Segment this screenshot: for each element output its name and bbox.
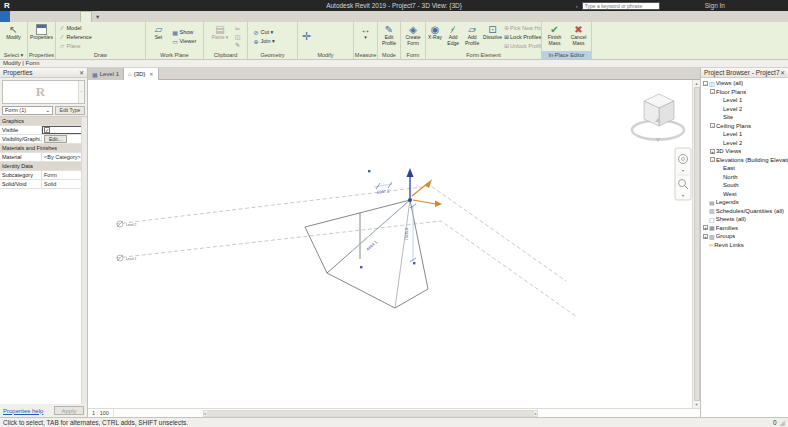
panel-label-inplace-editor[interactable]: In-Place Editor	[542, 51, 591, 59]
type-preview[interactable]: R ›	[2, 80, 85, 104]
cancel-mass-button[interactable]: ✖ Cancel Mass	[568, 23, 590, 50]
panel-label-properties[interactable]: Properties	[28, 51, 55, 59]
edit-profile-button[interactable]: ✎ Edit Profile	[379, 23, 399, 50]
panel-label-draw[interactable]: Draw	[56, 51, 145, 59]
level-2-plane-line[interactable]	[116, 186, 566, 281]
draw-tool[interactable]	[103, 37, 111, 46]
ribbon-tab[interactable]	[40, 11, 50, 22]
tree-item[interactable]: South	[701, 181, 788, 190]
scroll-left-icon[interactable]: ◂	[204, 411, 206, 416]
panel-label-mode[interactable]: Mode	[378, 51, 400, 59]
view-tab[interactable]: ▦ Level 1	[88, 68, 124, 80]
horizontal-scroll-thumb[interactable]	[207, 411, 534, 416]
close-properties-icon[interactable]: ✕	[79, 69, 84, 76]
tree-item[interactable]: ▥ Schedules/Quantities (all)	[701, 207, 788, 216]
close-view-icon[interactable]: ✕	[149, 71, 153, 77]
modify-button[interactable]: ↖ Modify	[3, 23, 25, 50]
properties-help-link[interactable]: Properties help	[3, 408, 43, 414]
xray-button[interactable]: ◉ X-Ray	[427, 23, 443, 50]
panel-label-clipboard[interactable]: Clipboard	[204, 51, 247, 59]
tree-item[interactable]: Level 1	[701, 96, 788, 105]
paste-button[interactable]: ▤ Paste ▾	[209, 23, 231, 50]
panel-label-geometry[interactable]: Geometry	[248, 51, 297, 59]
add-edge-button[interactable]: ∕ Add Edge	[445, 23, 461, 50]
tree-item[interactable]: - Elevations (Building Elevation)	[701, 156, 788, 165]
modify-tool[interactable]	[322, 37, 331, 46]
property-row[interactable]: Identity Data	[0, 162, 82, 171]
edit-type-button[interactable]: Edit Type	[55, 106, 85, 115]
ribbon-tab[interactable]	[0, 11, 10, 22]
dissolve-button[interactable]: ⊡ Dissolve	[483, 23, 502, 50]
dimension-vertical[interactable]: 7505.6	[404, 227, 409, 240]
ribbon-tab[interactable]	[60, 11, 70, 22]
modify-tool[interactable]	[322, 28, 331, 37]
draw-tool[interactable]	[127, 37, 135, 46]
tree-expander-icon[interactable]: -	[710, 123, 715, 128]
lock-profiles-button[interactable]: ⊠ Lock Profiles	[504, 33, 540, 41]
show-work-plane-button[interactable]: ▦ Show	[172, 28, 202, 36]
panel-label-modify[interactable]: Modify	[298, 51, 353, 59]
horizontal-scrollbar[interactable]: ◂ ▸	[203, 410, 538, 417]
modify-tool[interactable]	[331, 28, 340, 37]
modify-tool[interactable]	[313, 37, 322, 46]
properties-toggle-button[interactable]: Properties	[31, 23, 53, 50]
draw-tool[interactable]	[95, 37, 103, 46]
preview-expander-icon[interactable]: ›	[78, 81, 84, 103]
property-row[interactable]: Subcategory Form	[0, 171, 82, 180]
finish-mass-button[interactable]: ✔ Finish Mass	[544, 23, 566, 50]
move-icon[interactable]: ✛	[302, 30, 311, 43]
tree-item[interactable]: + ▦ Families	[701, 224, 788, 233]
gizmo-e-arrow-icon[interactable]	[435, 201, 442, 208]
modify-tool[interactable]	[313, 28, 322, 37]
tab-flyout-icon[interactable]: ▾	[92, 11, 103, 22]
panel-label-work-plane[interactable]: Work Plane	[146, 51, 203, 59]
draw-tool[interactable]	[111, 37, 119, 46]
match-properties-icon[interactable]: ✎	[233, 41, 242, 48]
revit-logo-icon[interactable]: R	[2, 1, 12, 10]
ribbon-tab[interactable]	[70, 11, 80, 22]
navbar-caret-icon[interactable]: ▾	[682, 168, 684, 173]
add-profile-button[interactable]: ▱ Add Profile	[463, 23, 481, 50]
draw-tool[interactable]	[135, 28, 143, 37]
modify-tool[interactable]	[340, 28, 349, 37]
tree-item[interactable]: Site	[701, 113, 788, 122]
tree-expander-icon[interactable]: +	[710, 149, 715, 154]
ribbon-tab[interactable]	[20, 11, 30, 22]
search-collapse-icon[interactable]: ›	[576, 3, 578, 9]
draw-tool[interactable]	[127, 28, 135, 37]
tree-item[interactable]: Level 2	[701, 105, 788, 114]
tree-item[interactable]: Level 1	[701, 130, 788, 139]
type-selector[interactable]: Form (1) ⌄	[2, 106, 53, 115]
pick-new-host-button[interactable]: ⊕ Pick New Host	[504, 24, 540, 32]
tree-item[interactable]: Level 2	[701, 139, 788, 148]
dimension-top[interactable]: 6047.2	[376, 188, 390, 195]
property-row[interactable]: Solid/Void Solid	[0, 180, 82, 189]
node-point-3[interactable]	[413, 262, 415, 264]
level-1-plane-line[interactable]	[116, 221, 577, 317]
measure-button[interactable]: ↔ ▾	[355, 23, 376, 50]
vertical-scrollbar[interactable]: ▲ ▼	[692, 80, 700, 408]
ribbon-tab[interactable]	[10, 11, 20, 22]
scroll-down-icon[interactable]: ▼	[695, 402, 699, 407]
viewcube[interactable]	[632, 94, 684, 142]
panel-label-form[interactable]: Form	[401, 51, 425, 59]
scroll-right-icon[interactable]: ▸	[535, 411, 537, 416]
copy-to-clipboard-icon[interactable]: ◫	[233, 33, 242, 40]
sign-in-button[interactable]: Sign In	[705, 2, 725, 9]
navigation-bar[interactable]: ▾ ▾	[675, 148, 691, 200]
panel-label-measure[interactable]: Measure	[354, 51, 377, 59]
property-row[interactable]: Visibility/Graphi... Edit...	[0, 135, 82, 144]
cut-to-clipboard-icon[interactable]: ✂	[233, 25, 242, 32]
scroll-up-icon[interactable]: ▲	[695, 81, 699, 86]
tree-expander-icon[interactable]: -	[710, 157, 715, 162]
join-geometry-button[interactable]: ⊕ Join ▾	[253, 37, 293, 45]
property-row[interactable]: Materials and Finishes	[0, 144, 82, 153]
dimension-diagonal[interactable]: 4444.1	[365, 239, 378, 252]
tree-expander-icon[interactable]: -	[710, 89, 715, 94]
tree-expander-icon[interactable]: -	[703, 81, 708, 86]
tree-item[interactable]: West	[701, 190, 788, 199]
vertical-scroll-thumb[interactable]	[694, 87, 700, 401]
tree-item[interactable]: - Ceiling Plans	[701, 122, 788, 131]
tree-expander-icon[interactable]: +	[703, 225, 708, 230]
node-point-1[interactable]	[368, 170, 370, 172]
